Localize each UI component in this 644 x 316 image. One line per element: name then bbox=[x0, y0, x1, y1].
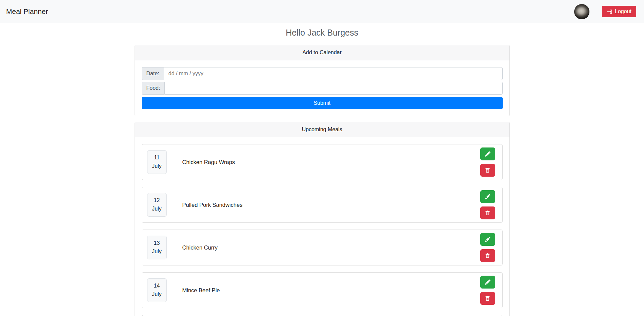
edit-meal-button[interactable] bbox=[480, 147, 495, 160]
trash-icon bbox=[485, 296, 490, 301]
navbar: Meal Planner Logout bbox=[0, 0, 644, 23]
food-input-group: Food: bbox=[142, 82, 503, 95]
meal-actions bbox=[480, 233, 495, 262]
meals-card-title: Upcoming Meals bbox=[135, 122, 509, 137]
edit-meal-button[interactable] bbox=[480, 276, 495, 289]
delete-meal-button[interactable] bbox=[480, 249, 495, 262]
pencil-icon bbox=[485, 279, 490, 285]
greeting-heading: Hello Jack Burgess bbox=[135, 28, 510, 38]
main-content: Hello Jack Burgess Add to Calendar Date:… bbox=[135, 28, 510, 316]
logout-label: Logout bbox=[615, 8, 631, 15]
meal-day: 11 bbox=[154, 154, 160, 162]
app-title[interactable]: Meal Planner bbox=[6, 7, 48, 16]
meal-row: 12 July Pulled Pork Sandwiches bbox=[142, 187, 503, 223]
logout-icon bbox=[607, 9, 612, 15]
upcoming-meals-card: Upcoming Meals 11 July Chicken Ragu Wrap… bbox=[135, 122, 510, 316]
meal-month: July bbox=[152, 290, 161, 299]
food-input[interactable] bbox=[164, 82, 502, 95]
meal-name: Pulled Pork Sandwiches bbox=[182, 202, 243, 208]
meal-actions bbox=[480, 190, 495, 219]
meal-name: Mince Beef Pie bbox=[182, 287, 220, 294]
meal-row: 13 July Chicken Curry bbox=[142, 230, 503, 265]
pencil-icon bbox=[485, 151, 490, 157]
date-label: Date: bbox=[142, 67, 164, 80]
trash-icon bbox=[485, 253, 490, 258]
delete-meal-button[interactable] bbox=[480, 206, 495, 219]
user-avatar bbox=[574, 4, 589, 19]
meal-day: 12 bbox=[154, 196, 160, 205]
meal-row: 11 July Chicken Ragu Wraps bbox=[142, 144, 503, 180]
meal-month: July bbox=[152, 162, 161, 171]
pencil-icon bbox=[485, 194, 490, 199]
date-input-group: Date: bbox=[142, 67, 503, 80]
trash-icon bbox=[485, 168, 490, 173]
meals-card-body: 11 July Chicken Ragu Wraps 12 July bbox=[135, 137, 509, 316]
meal-day: 13 bbox=[154, 239, 160, 248]
edit-meal-button[interactable] bbox=[480, 190, 495, 203]
meal-date-badge: 12 July bbox=[147, 193, 167, 217]
delete-meal-button[interactable] bbox=[480, 164, 495, 177]
add-card-body: Date: Food: Submit bbox=[135, 60, 509, 116]
meal-day: 14 bbox=[154, 282, 160, 290]
meal-date-badge: 14 July bbox=[147, 278, 167, 302]
meal-month: July bbox=[152, 248, 161, 256]
food-label: Food: bbox=[142, 82, 165, 95]
pencil-icon bbox=[485, 237, 490, 242]
delete-meal-button[interactable] bbox=[480, 292, 495, 305]
trash-icon bbox=[485, 211, 490, 216]
meal-actions bbox=[480, 147, 495, 177]
meal-name: Chicken Ragu Wraps bbox=[182, 159, 235, 165]
meal-actions bbox=[480, 276, 495, 305]
add-card-title: Add to Calendar bbox=[135, 45, 509, 60]
meal-date-badge: 11 July bbox=[147, 150, 167, 174]
meal-name: Chicken Curry bbox=[182, 244, 218, 251]
meal-row: 14 July Mince Beef Pie bbox=[142, 272, 503, 308]
meal-date-badge: 13 July bbox=[147, 236, 167, 259]
edit-meal-button[interactable] bbox=[480, 233, 495, 246]
date-input[interactable] bbox=[164, 67, 503, 80]
navbar-right: Logout bbox=[574, 4, 636, 19]
logout-button[interactable]: Logout bbox=[602, 6, 636, 17]
meal-month: July bbox=[152, 205, 161, 213]
add-to-calendar-card: Add to Calendar Date: Food: Submit bbox=[135, 45, 510, 116]
submit-button[interactable]: Submit bbox=[142, 97, 503, 109]
